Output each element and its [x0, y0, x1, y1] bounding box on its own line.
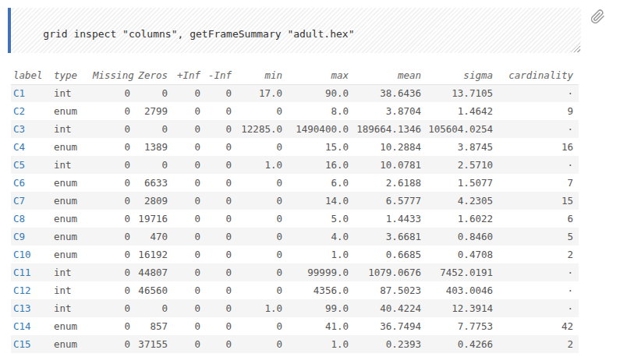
- frame-summary-table: labeltypeMissingZeros+Inf-Infminmaxmeans…: [11, 66, 579, 353]
- cell-max: 1490400.0: [282, 120, 349, 138]
- cell-max: 14.0: [282, 192, 349, 210]
- cell-label: C6: [11, 174, 54, 192]
- cell-inf: 0: [168, 335, 200, 353]
- cell-sigma: 3.8745: [421, 138, 493, 156]
- column-label-link[interactable]: C2: [13, 105, 25, 117]
- cell-cardinality: 6: [493, 210, 579, 228]
- column-label-link[interactable]: C5: [13, 159, 25, 171]
- cell-type: int: [54, 84, 93, 102]
- column-label-link[interactable]: C7: [13, 195, 25, 207]
- cell-sigma: 1.4642: [421, 102, 493, 120]
- column-header-mean: mean: [349, 66, 421, 84]
- cell-zeros: 46560: [130, 281, 168, 299]
- cell-cardinality: 2: [493, 246, 579, 263]
- column-label-link[interactable]: C14: [13, 320, 31, 332]
- cell-type: enum: [54, 228, 93, 246]
- cell-label: C10: [11, 246, 54, 263]
- cell-mean: 38.6436: [349, 84, 421, 102]
- cell-max: 1.0: [282, 335, 349, 353]
- cell-min: 0: [232, 228, 282, 246]
- cell-sigma: 7452.0191: [421, 263, 493, 281]
- cell-min: 1.0: [232, 299, 282, 317]
- cell-inf: 0: [168, 299, 200, 317]
- cell-inf: 0: [200, 317, 232, 335]
- cell-zeros: 16192: [130, 246, 168, 263]
- column-label-link[interactable]: C3: [13, 123, 25, 135]
- column-header-inf: -Inf: [200, 66, 232, 84]
- cell-zeros: 470: [130, 228, 168, 246]
- cell-min: 0: [232, 317, 282, 335]
- column-label-link[interactable]: C9: [13, 231, 25, 242]
- column-label-link[interactable]: C1: [13, 87, 25, 99]
- table-row: C10enum0161920001.00.66850.47082: [11, 246, 579, 263]
- cell-label: C11: [11, 263, 54, 281]
- cell-min: 0: [232, 335, 282, 353]
- cell-label: C15: [11, 335, 54, 353]
- cell-cardinality: 16: [493, 138, 579, 156]
- column-header-type: type: [54, 66, 93, 84]
- column-label-link[interactable]: C8: [13, 213, 25, 224]
- cell-inf: 0: [200, 174, 232, 192]
- code-input[interactable]: grid inspect "columns", getFrameSummary …: [11, 8, 581, 53]
- cell-min: 1.0: [232, 156, 282, 174]
- column-label-link[interactable]: C12: [13, 284, 31, 296]
- column-label-link[interactable]: C13: [13, 302, 31, 314]
- cell-cardinality: ·: [493, 299, 579, 317]
- cell-max: 6.0: [282, 174, 349, 192]
- column-label-link[interactable]: C10: [13, 249, 31, 260]
- column-header-sigma: sigma: [421, 66, 493, 84]
- cell-mean: 40.4224: [349, 299, 421, 317]
- cell-cardinality: 9: [493, 102, 579, 120]
- cell-sigma: 12.3914: [421, 299, 493, 317]
- resize-handle-icon[interactable]: [571, 43, 580, 52]
- cell-label: C8: [11, 210, 54, 228]
- cell-mean: 2.6188: [349, 174, 421, 192]
- cell-label: C7: [11, 192, 54, 210]
- cell-mean: 36.7494: [349, 317, 421, 335]
- cell-label: C2: [11, 102, 54, 120]
- cell-zeros: 2799: [130, 102, 168, 120]
- cell-missing: 0: [93, 120, 130, 138]
- cell-sigma: 4.2305: [421, 192, 493, 210]
- table-row: C4enum0138900015.010.28843.874516: [11, 138, 579, 156]
- table-row: C2enum027990008.03.87041.46429: [11, 102, 579, 120]
- cell-sigma: 0.8460: [421, 228, 493, 246]
- table-header-row: labeltypeMissingZeros+Inf-Infminmaxmeans…: [11, 66, 579, 84]
- column-label-link[interactable]: C11: [13, 267, 31, 278]
- column-label-link[interactable]: C6: [13, 177, 25, 189]
- cell-type: int: [54, 281, 93, 299]
- cell-missing: 0: [93, 174, 130, 192]
- cell-max: 99999.0: [282, 263, 349, 281]
- cell-inf: 0: [200, 299, 232, 317]
- cell-inf: 0: [200, 192, 232, 210]
- cell-cardinality: 15: [493, 192, 579, 210]
- cell-missing: 0: [93, 246, 130, 263]
- column-header-min: min: [232, 66, 282, 84]
- cell-mean: 3.8704: [349, 102, 421, 120]
- table-row: C1int000017.090.038.643613.7105·: [11, 84, 579, 102]
- cell-inf: 0: [168, 317, 200, 335]
- cell-type: enum: [54, 335, 93, 353]
- cell-zeros: 0: [130, 120, 168, 138]
- cell-inf: 0: [200, 246, 232, 263]
- cell-missing: 0: [93, 138, 130, 156]
- column-label-link[interactable]: C15: [13, 338, 31, 350]
- column-header-max: max: [282, 66, 349, 84]
- cell-min: 0: [232, 281, 282, 299]
- cell-label: C4: [11, 138, 54, 156]
- cell-label: C13: [11, 299, 54, 317]
- cell-inf: 0: [168, 263, 200, 281]
- cell-max: 16.0: [282, 156, 349, 174]
- cell-missing: 0: [93, 335, 130, 353]
- column-label-link[interactable]: C4: [13, 141, 25, 153]
- table-row: C15enum0371550001.00.23930.42662: [11, 335, 579, 353]
- cell-inf: 0: [168, 281, 200, 299]
- cell-cardinality: ·: [493, 156, 579, 174]
- cell-min: 12285.0: [232, 120, 282, 138]
- cell-max: 90.0: [282, 84, 349, 102]
- paperclip-icon[interactable]: [590, 9, 606, 27]
- cell-inf: 0: [200, 138, 232, 156]
- table-body: C1int000017.090.038.643613.7105·C2enum02…: [11, 84, 579, 353]
- cell-type: enum: [54, 246, 93, 263]
- cell-inf: 0: [168, 84, 200, 102]
